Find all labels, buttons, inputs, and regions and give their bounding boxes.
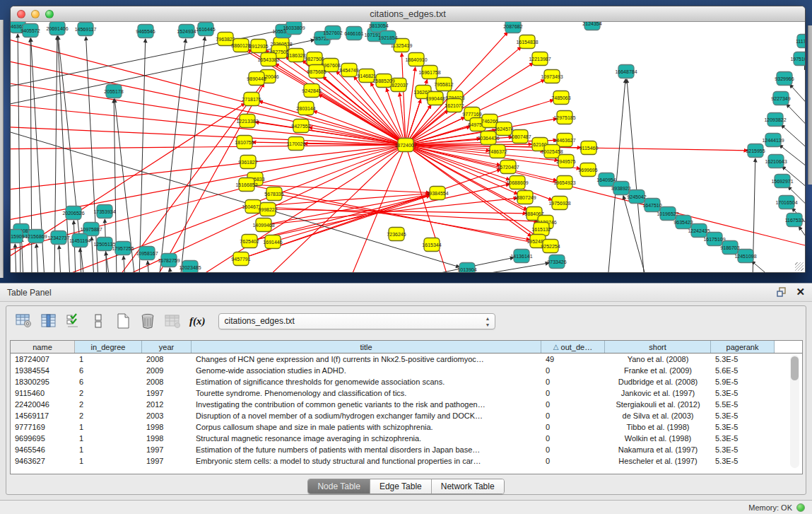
table-cell[interactable]: 0 xyxy=(541,400,605,409)
graph-node[interactable]: 9361827 xyxy=(238,156,257,169)
table-cell[interactable]: de Silva et al. (2003) xyxy=(605,411,711,420)
graph-node[interactable]: 9699695 xyxy=(578,163,597,177)
float-panel-icon[interactable] xyxy=(776,286,787,298)
table-row[interactable]: 1872400712008Changes of HCN gene express… xyxy=(11,354,802,365)
graph-node[interactable]: 1615132 xyxy=(531,223,551,236)
graph-node[interactable]: 1167533 xyxy=(785,214,804,227)
table-cell[interactable]: Wolkin et al. (1998) xyxy=(605,434,711,443)
graph-node[interactable]: 11451194 xyxy=(69,234,90,247)
graph-edge[interactable] xyxy=(37,244,38,272)
graph-edge[interactable] xyxy=(159,39,186,272)
table-cell[interactable]: 1 xyxy=(75,457,142,465)
table-cell[interactable]: 0 xyxy=(541,445,605,454)
graph-node[interactable]: 1524934 xyxy=(177,25,196,38)
graph-node[interactable]: 8860128 xyxy=(231,39,250,52)
graph-node[interactable]: 19384554 xyxy=(426,187,448,200)
table-cell[interactable]: 0 xyxy=(541,378,605,386)
graph-node[interactable]: 8215955 xyxy=(746,144,765,158)
table-cell[interactable]: 1 xyxy=(75,423,142,431)
graph-node[interactable]: 9635423 xyxy=(673,216,693,229)
table-select-combobox[interactable]: citations_edges.txt ▲▼ xyxy=(218,313,495,329)
table-cell[interactable]: 0 xyxy=(541,423,605,431)
table-cell[interactable]: 9115460 xyxy=(11,389,75,397)
table-cell[interactable]: 2008 xyxy=(142,378,192,386)
table-settings-icon[interactable] xyxy=(15,313,33,329)
graph-edge[interactable] xyxy=(799,226,805,252)
table-cell[interactable]: 5.5E-5 xyxy=(711,400,775,409)
cell-pair-icon[interactable] xyxy=(89,313,107,329)
graph-edge[interactable] xyxy=(406,145,748,151)
graph-node[interactable]: 2087682 xyxy=(503,22,522,33)
graph-node[interactable]: 1990448 xyxy=(425,92,445,105)
table-cell[interactable]: 19384554 xyxy=(11,366,75,375)
graph-node[interactable]: 19654923 xyxy=(553,176,575,189)
graph-edge[interactable] xyxy=(148,261,149,272)
table-cell[interactable]: Stergiakouli et al. (2012) xyxy=(605,400,711,409)
table-cell[interactable]: Corpus callosum shape and size in male p… xyxy=(192,423,541,431)
graph-node[interactable]: 10807487 xyxy=(509,130,531,144)
graph-node[interactable]: 10688609 xyxy=(506,176,528,189)
graph-node[interactable]: 10958167 xyxy=(136,247,158,260)
table-cell[interactable]: Tibbo et al. (1998) xyxy=(605,423,711,431)
graph-node[interactable]: 8186328 xyxy=(286,49,305,62)
graph-node[interactable]: 19756928 xyxy=(548,197,570,210)
graph-node[interactable]: 7486372 xyxy=(488,145,507,158)
graph-node[interactable]: 5678335 xyxy=(264,187,283,201)
graph-node[interactable]: 9998222 xyxy=(258,203,277,216)
graph-node[interactable]: 15720407 xyxy=(497,160,519,174)
graph-node[interactable]: 6466161 xyxy=(344,27,363,40)
graph-edge[interactable] xyxy=(627,79,645,272)
graph-node[interactable]: 16154838 xyxy=(516,35,538,49)
graph-node[interactable]: 9890448 xyxy=(247,72,266,86)
graph-edge[interactable] xyxy=(59,245,61,272)
table-row[interactable]: 1456911722003Disruption of a novel membe… xyxy=(11,410,802,421)
graph-node[interactable]: 9245042 xyxy=(627,190,646,204)
column-header-out_de[interactable]: △out_de… xyxy=(541,341,605,353)
graph-node[interactable]: 1921854 xyxy=(378,31,397,45)
table-cell[interactable]: 0 xyxy=(541,434,605,443)
graph-node[interactable]: 9465546 xyxy=(136,25,155,38)
table-cell[interactable]: 5.3E-5 xyxy=(711,445,775,454)
table-cell[interactable]: Investigating the contribution of common… xyxy=(192,400,541,409)
table-cell[interactable]: Estimation of the future numbers of pati… xyxy=(192,445,541,454)
graph-node[interactable]: 17957255 xyxy=(112,242,134,255)
table-cell[interactable]: 9465546 xyxy=(11,445,75,454)
table-cell[interactable]: Yano et al. (2008) xyxy=(605,355,711,363)
delete-table-icon[interactable] xyxy=(139,313,157,329)
graph-edge[interactable] xyxy=(781,124,805,156)
graph-node[interactable]: 8427552 xyxy=(291,119,310,133)
graph-node[interactable]: 9242845 xyxy=(302,84,321,98)
table-header-row[interactable]: namein_degreeyeartitle△out_de…shortpager… xyxy=(11,341,802,354)
graph-node[interactable]: 9252254 xyxy=(541,240,560,253)
close-panel-icon[interactable]: ✕ xyxy=(796,286,805,298)
graph-node[interactable]: 14136141 xyxy=(510,250,532,263)
graph-node[interactable]: 7236245 xyxy=(387,228,406,241)
graph-node[interactable]: 9733426 xyxy=(547,255,566,269)
graph-edge[interactable] xyxy=(406,145,805,248)
table-cell[interactable]: 5.6E-5 xyxy=(711,366,775,375)
table-cell[interactable]: 5.9E-5 xyxy=(711,378,775,386)
graph-node[interactable]: 12451098 xyxy=(734,250,756,263)
table-cell[interactable]: 22420046 xyxy=(11,400,75,409)
table-cell[interactable]: 2 xyxy=(75,400,142,409)
graph-edge[interactable] xyxy=(387,88,406,145)
table-cell[interactable]: 2012 xyxy=(142,400,192,409)
graph-node[interactable]: 9457791 xyxy=(231,252,250,266)
graph-node[interactable]: 14099468 xyxy=(252,218,274,232)
graph-node[interactable]: 9405572 xyxy=(20,24,40,37)
graph-node[interactable]: 9227349 xyxy=(771,92,790,105)
graph-edge[interactable] xyxy=(170,268,171,272)
table-cell[interactable]: Disruption of a novel member of a sodium… xyxy=(192,411,541,420)
graph-node[interactable]: 3315909 xyxy=(11,230,25,243)
column-header-in_degree[interactable]: in_degree xyxy=(75,341,142,353)
graph-hub-node[interactable]: 18724007 xyxy=(394,139,416,152)
table-cell[interactable]: 18300295 xyxy=(11,378,75,386)
table-cell[interactable]: 6 xyxy=(75,366,142,375)
table-cell[interactable]: 5.3E-5 xyxy=(711,457,775,465)
network-canvas[interactable]: 1872400711325419186409101696175879558121… xyxy=(11,22,805,272)
graph-node[interactable]: 17353934 xyxy=(93,205,115,218)
table-cell[interactable]: Hescheler et al. (1997) xyxy=(605,457,711,465)
graph-node[interactable]: 1117533 xyxy=(796,35,805,48)
graph-node[interactable]: 12975185 xyxy=(553,111,575,124)
table-row[interactable]: 1938455462009Genome-wide association stu… xyxy=(11,365,802,376)
